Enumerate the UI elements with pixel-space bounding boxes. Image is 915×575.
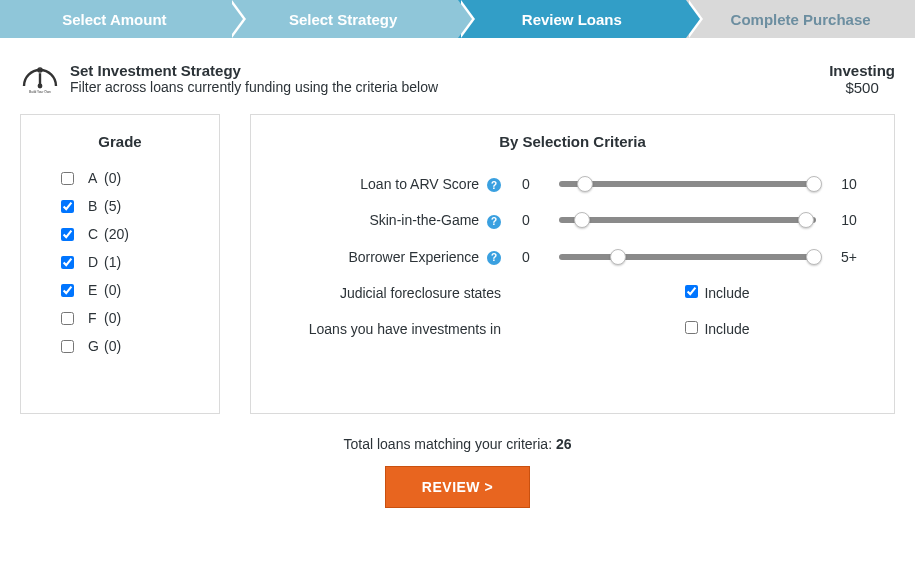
help-icon[interactable]: ?	[487, 251, 501, 265]
criteria-row: Borrower Experience ? 0 5+	[271, 249, 874, 265]
criteria-title: By Selection Criteria	[271, 133, 874, 150]
step-select-strategy[interactable]: Select Strategy	[229, 0, 458, 38]
grade-count: (0)	[104, 170, 121, 186]
step-bar: Select Amount Select Strategy Review Loa…	[0, 0, 915, 38]
include-checkbox[interactable]	[685, 321, 698, 334]
criteria-row: Loans you have investments in Include	[271, 321, 874, 337]
criteria-label: Loans you have investments in	[271, 321, 501, 337]
criteria-label: Skin-in-the-Game ?	[271, 212, 501, 228]
grade-checkbox-a[interactable]	[61, 172, 74, 185]
slider-thumb-low[interactable]	[577, 176, 593, 192]
grade-letter: G	[88, 338, 104, 354]
slider-min: 0	[501, 176, 551, 192]
slider-min: 0	[501, 249, 551, 265]
grade-checkbox-e[interactable]	[61, 284, 74, 297]
page-subtitle: Filter across loans currently funding us…	[70, 79, 438, 95]
criteria-row: Loan to ARV Score ? 0 10	[271, 176, 874, 192]
grade-count: (20)	[104, 226, 129, 242]
grade-checkbox-b[interactable]	[61, 200, 74, 213]
include-checkbox[interactable]	[685, 285, 698, 298]
grade-row-a[interactable]: A (0)	[61, 170, 199, 186]
grade-letter: E	[88, 282, 104, 298]
grade-checkbox-d[interactable]	[61, 256, 74, 269]
investing-label: Investing	[829, 62, 895, 79]
criteria-label: Borrower Experience ?	[271, 249, 501, 265]
criteria-row: Skin-in-the-Game ? 0 10	[271, 212, 874, 228]
grade-row-f[interactable]: F (0)	[61, 310, 199, 326]
help-icon[interactable]: ?	[487, 178, 501, 192]
slider-max: 10	[824, 212, 874, 228]
grade-row-g[interactable]: G (0)	[61, 338, 199, 354]
grade-row-b[interactable]: B (5)	[61, 198, 199, 214]
range-slider[interactable]	[559, 217, 816, 223]
grade-letter: A	[88, 170, 104, 186]
grade-checkbox-g[interactable]	[61, 340, 74, 353]
slider-thumb-high[interactable]	[806, 176, 822, 192]
grade-row-e[interactable]: E (0)	[61, 282, 199, 298]
svg-point-1	[38, 84, 43, 89]
criteria-panel: By Selection Criteria Loan to ARV Score …	[250, 114, 895, 414]
step-review-loans[interactable]: Review Loans	[458, 0, 687, 38]
grade-panel: Grade A (0) B (5) C (20) D (1) E (0) F (…	[20, 114, 220, 414]
grade-count: (0)	[104, 282, 121, 298]
slider-max: 5+	[824, 249, 874, 265]
grade-letter: C	[88, 226, 104, 242]
criteria-label: Judicial foreclosure states	[271, 285, 501, 301]
slider-thumb-low[interactable]	[574, 212, 590, 228]
footer: Total loans matching your criteria: 26 R…	[0, 414, 915, 508]
svg-text:Build Your Own: Build Your Own	[29, 90, 51, 94]
slider-thumb-low[interactable]	[610, 249, 626, 265]
grade-letter: B	[88, 198, 104, 214]
review-button[interactable]: REVIEW >	[385, 466, 530, 508]
grade-checkbox-c[interactable]	[61, 228, 74, 241]
grade-letter: F	[88, 310, 104, 326]
header: Build Your Own Set Investment Strategy F…	[0, 62, 915, 114]
grade-count: (0)	[104, 310, 121, 326]
slider-min: 0	[501, 212, 551, 228]
grade-count: (1)	[104, 254, 121, 270]
slider-thumb-high[interactable]	[806, 249, 822, 265]
criteria-row: Judicial foreclosure states Include	[271, 285, 874, 301]
range-slider[interactable]	[559, 181, 816, 187]
grade-count: (0)	[104, 338, 121, 354]
include-toggle[interactable]: Include	[685, 285, 749, 301]
match-count: 26	[556, 436, 572, 452]
grade-row-d[interactable]: D (1)	[61, 254, 199, 270]
grade-letter: D	[88, 254, 104, 270]
investing-amount: $500	[829, 79, 895, 96]
slider-thumb-high[interactable]	[798, 212, 814, 228]
grade-title: Grade	[41, 133, 199, 150]
include-toggle[interactable]: Include	[685, 321, 749, 337]
match-text: Total loans matching your criteria: 26	[0, 436, 915, 452]
gauge-icon: Build Your Own	[20, 62, 60, 94]
range-slider[interactable]	[559, 254, 816, 260]
step-complete-purchase: Complete Purchase	[686, 0, 915, 38]
slider-max: 10	[824, 176, 874, 192]
grade-row-c[interactable]: C (20)	[61, 226, 199, 242]
help-icon[interactable]: ?	[487, 215, 501, 229]
step-select-amount[interactable]: Select Amount	[0, 0, 229, 38]
criteria-label: Loan to ARV Score ?	[271, 176, 501, 192]
investing-summary: Investing $500	[829, 62, 895, 96]
page-title: Set Investment Strategy	[70, 62, 438, 79]
grade-checkbox-f[interactable]	[61, 312, 74, 325]
grade-count: (5)	[104, 198, 121, 214]
